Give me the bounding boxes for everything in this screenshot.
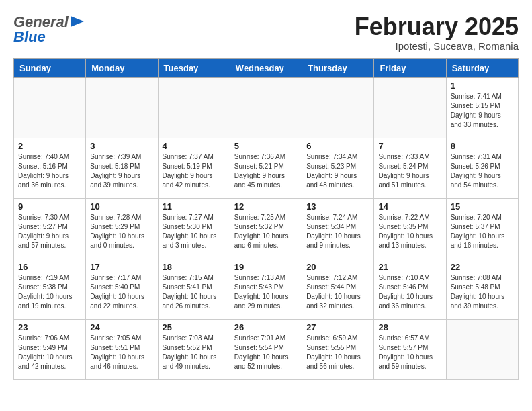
- month-title: February 2025: [355, 13, 519, 40]
- day-number: 2: [18, 141, 81, 151]
- day-number: 21: [378, 262, 441, 272]
- calendar-cell: 16Sunrise: 7:19 AM Sunset: 5:38 PM Dayli…: [14, 259, 86, 319]
- weekday-header-saturday: Saturday: [446, 58, 518, 77]
- calendar-cell: [230, 77, 302, 138]
- weekday-header-friday: Friday: [374, 58, 446, 77]
- day-number: 26: [234, 322, 298, 332]
- weekday-header-row: SundayMondayTuesdayWednesdayThursdayFrid…: [14, 58, 519, 77]
- calendar-cell: 19Sunrise: 7:13 AM Sunset: 5:43 PM Dayli…: [230, 259, 302, 319]
- day-info: Sunrise: 7:28 AM Sunset: 5:29 PM Dayligh…: [90, 213, 153, 250]
- calendar-cell: 3Sunrise: 7:39 AM Sunset: 5:18 PM Daylig…: [86, 138, 158, 198]
- day-info: Sunrise: 7:24 AM Sunset: 5:34 PM Dayligh…: [306, 213, 369, 250]
- day-info: Sunrise: 7:22 AM Sunset: 5:35 PM Dayligh…: [378, 213, 441, 250]
- logo: General Blue: [13, 13, 84, 46]
- weekday-header-sunday: Sunday: [14, 58, 86, 77]
- calendar-cell: [14, 77, 86, 138]
- day-number: 11: [163, 201, 226, 212]
- day-info: Sunrise: 7:27 AM Sunset: 5:30 PM Dayligh…: [163, 213, 226, 250]
- day-info: Sunrise: 7:31 AM Sunset: 5:26 PM Dayligh…: [451, 152, 514, 190]
- calendar-cell: 9Sunrise: 7:30 AM Sunset: 5:27 PM Daylig…: [14, 198, 86, 259]
- day-number: 18: [163, 262, 226, 272]
- logo-arrow-icon: [71, 16, 84, 27]
- day-number: 25: [163, 322, 226, 332]
- calendar-cell: [374, 77, 446, 138]
- day-number: 7: [378, 141, 441, 151]
- day-info: Sunrise: 7:15 AM Sunset: 5:41 PM Dayligh…: [163, 273, 226, 311]
- calendar-cell: [446, 319, 518, 379]
- day-info: Sunrise: 7:01 AM Sunset: 5:54 PM Dayligh…: [234, 334, 298, 371]
- day-info: Sunrise: 6:57 AM Sunset: 5:57 PM Dayligh…: [378, 334, 441, 371]
- calendar-table: SundayMondayTuesdayWednesdayThursdayFrid…: [13, 58, 519, 380]
- day-number: 20: [306, 262, 369, 272]
- day-info: Sunrise: 7:25 AM Sunset: 5:32 PM Dayligh…: [234, 213, 298, 250]
- day-info: Sunrise: 7:17 AM Sunset: 5:40 PM Dayligh…: [90, 273, 153, 311]
- calendar-week-1: 1Sunrise: 7:41 AM Sunset: 5:15 PM Daylig…: [14, 77, 519, 138]
- day-number: 1: [451, 81, 514, 91]
- calendar-week-5: 23Sunrise: 7:06 AM Sunset: 5:49 PM Dayli…: [14, 319, 519, 379]
- day-info: Sunrise: 7:05 AM Sunset: 5:51 PM Dayligh…: [90, 334, 153, 371]
- calendar-cell: 28Sunrise: 6:57 AM Sunset: 5:57 PM Dayli…: [374, 319, 446, 379]
- day-info: Sunrise: 7:10 AM Sunset: 5:46 PM Dayligh…: [378, 273, 441, 311]
- day-info: Sunrise: 7:13 AM Sunset: 5:43 PM Dayligh…: [234, 273, 298, 311]
- day-number: 12: [234, 201, 298, 212]
- svg-marker-0: [71, 16, 84, 27]
- day-number: 5: [234, 141, 298, 151]
- day-info: Sunrise: 7:41 AM Sunset: 5:15 PM Dayligh…: [451, 92, 514, 130]
- day-number: 27: [306, 322, 369, 332]
- calendar-cell: 2Sunrise: 7:40 AM Sunset: 5:16 PM Daylig…: [14, 138, 86, 198]
- day-number: 16: [18, 262, 81, 272]
- calendar-cell: [158, 77, 230, 138]
- calendar-cell: 14Sunrise: 7:22 AM Sunset: 5:35 PM Dayli…: [374, 198, 446, 259]
- calendar-week-2: 2Sunrise: 7:40 AM Sunset: 5:16 PM Daylig…: [14, 138, 519, 198]
- calendar-cell: 15Sunrise: 7:20 AM Sunset: 5:37 PM Dayli…: [446, 198, 518, 259]
- calendar-cell: 23Sunrise: 7:06 AM Sunset: 5:49 PM Dayli…: [14, 319, 86, 379]
- weekday-header-tuesday: Tuesday: [158, 58, 230, 77]
- day-info: Sunrise: 6:59 AM Sunset: 5:55 PM Dayligh…: [306, 334, 369, 371]
- day-number: 17: [90, 262, 153, 272]
- day-number: 8: [451, 141, 514, 151]
- day-info: Sunrise: 7:06 AM Sunset: 5:49 PM Dayligh…: [18, 334, 81, 371]
- calendar-cell: 10Sunrise: 7:28 AM Sunset: 5:29 PM Dayli…: [86, 198, 158, 259]
- weekday-header-monday: Monday: [86, 58, 158, 77]
- location: Ipotesti, Suceava, Romania: [355, 40, 519, 52]
- calendar-cell: 22Sunrise: 7:08 AM Sunset: 5:48 PM Dayli…: [446, 259, 518, 319]
- day-info: Sunrise: 7:40 AM Sunset: 5:16 PM Dayligh…: [18, 152, 81, 190]
- calendar-cell: 5Sunrise: 7:36 AM Sunset: 5:21 PM Daylig…: [230, 138, 302, 198]
- day-info: Sunrise: 7:39 AM Sunset: 5:18 PM Dayligh…: [90, 152, 153, 190]
- calendar-cell: 18Sunrise: 7:15 AM Sunset: 5:41 PM Dayli…: [158, 259, 230, 319]
- day-info: Sunrise: 7:03 AM Sunset: 5:52 PM Dayligh…: [163, 334, 226, 371]
- calendar-cell: 25Sunrise: 7:03 AM Sunset: 5:52 PM Dayli…: [158, 319, 230, 379]
- calendar-cell: 20Sunrise: 7:12 AM Sunset: 5:44 PM Dayli…: [302, 259, 374, 319]
- calendar-cell: 1Sunrise: 7:41 AM Sunset: 5:15 PM Daylig…: [446, 77, 518, 138]
- weekday-header-thursday: Thursday: [302, 58, 374, 77]
- calendar-cell: 4Sunrise: 7:37 AM Sunset: 5:19 PM Daylig…: [158, 138, 230, 198]
- day-number: 28: [378, 322, 441, 332]
- calendar-cell: 27Sunrise: 6:59 AM Sunset: 5:55 PM Dayli…: [302, 319, 374, 379]
- day-number: 24: [90, 322, 153, 332]
- day-info: Sunrise: 7:36 AM Sunset: 5:21 PM Dayligh…: [234, 152, 298, 190]
- weekday-header-wednesday: Wednesday: [230, 58, 302, 77]
- day-number: 6: [306, 141, 369, 151]
- calendar-cell: 26Sunrise: 7:01 AM Sunset: 5:54 PM Dayli…: [230, 319, 302, 379]
- logo-blue: Blue: [13, 28, 46, 46]
- calendar-cell: 8Sunrise: 7:31 AM Sunset: 5:26 PM Daylig…: [446, 138, 518, 198]
- calendar-week-4: 16Sunrise: 7:19 AM Sunset: 5:38 PM Dayli…: [14, 259, 519, 319]
- day-number: 13: [306, 201, 369, 212]
- day-info: Sunrise: 7:12 AM Sunset: 5:44 PM Dayligh…: [306, 273, 369, 311]
- day-number: 15: [451, 201, 514, 212]
- calendar-cell: [86, 77, 158, 138]
- day-number: 9: [18, 201, 81, 212]
- day-number: 3: [90, 141, 153, 151]
- day-info: Sunrise: 7:34 AM Sunset: 5:23 PM Dayligh…: [306, 152, 369, 190]
- day-number: 14: [378, 201, 441, 212]
- calendar-cell: 12Sunrise: 7:25 AM Sunset: 5:32 PM Dayli…: [230, 198, 302, 259]
- calendar-cell: 13Sunrise: 7:24 AM Sunset: 5:34 PM Dayli…: [302, 198, 374, 259]
- day-info: Sunrise: 7:08 AM Sunset: 5:48 PM Dayligh…: [451, 273, 514, 311]
- calendar-cell: 11Sunrise: 7:27 AM Sunset: 5:30 PM Dayli…: [158, 198, 230, 259]
- day-number: 19: [234, 262, 298, 272]
- page-header: General Blue February 2025 Ipotesti, Suc…: [13, 13, 519, 52]
- day-number: 10: [90, 201, 153, 212]
- day-number: 23: [18, 322, 81, 332]
- day-info: Sunrise: 7:19 AM Sunset: 5:38 PM Dayligh…: [18, 273, 81, 311]
- calendar-week-3: 9Sunrise: 7:30 AM Sunset: 5:27 PM Daylig…: [14, 198, 519, 259]
